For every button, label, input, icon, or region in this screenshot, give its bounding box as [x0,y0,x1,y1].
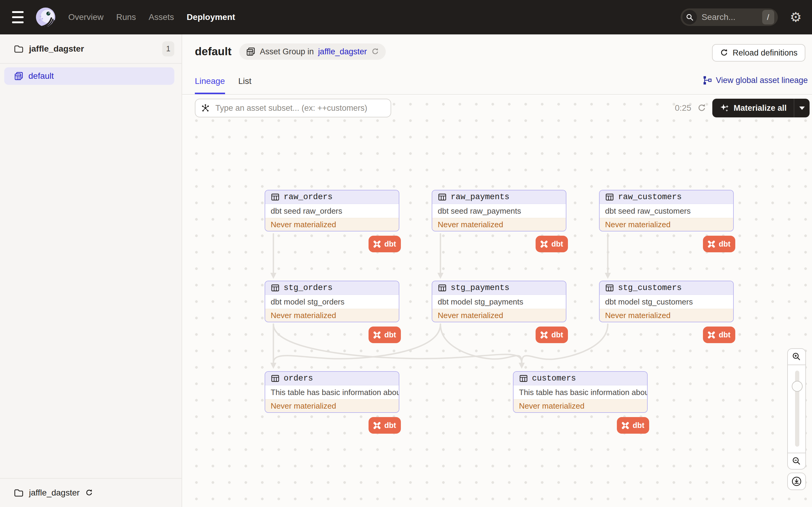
asset-description: dbt model stg_payments [432,295,566,309]
dbt-tag-badge: dbt [536,327,568,343]
asset-description: dbt seed raw_customers [600,204,733,218]
dbt-tag-label: dbt [551,240,563,248]
tab-list[interactable]: List [238,76,252,94]
zoom-slider [787,365,806,453]
asset-node-customers[interactable]: customers This table has basic informati… [513,371,648,413]
table-icon [271,374,280,383]
dbt-tag-badge: dbt [703,236,735,252]
asset-node-raw_orders[interactable]: raw_orders dbt seed raw_orders Never mat… [265,190,399,231]
nav-assets[interactable]: Assets [149,12,174,22]
dbt-tag-label: dbt [384,240,396,248]
materialize-all-button-group: Materialize all [712,99,810,117]
asset-name: raw_orders [284,192,333,202]
dbt-tag-label: dbt [384,331,396,339]
dbt-logo-icon [620,421,630,430]
dbt-tag-label: dbt [551,331,563,339]
sidebar-item-default-group[interactable]: default [4,67,174,85]
asset-name: stg_payments [451,283,509,292]
status-never-materialized: Never materialized [514,399,647,412]
table-icon [271,283,280,292]
dbt-tag-badge: dbt [703,327,735,343]
dagster-app: Overview Runs Assets Deployment Search..… [0,0,812,507]
group-count-badge: 1 [162,41,174,56]
context-badge-text: Asset Group in [260,47,314,56]
settings-gear-icon[interactable]: ⚙ [790,11,802,24]
dbt-tag-label: dbt [632,421,644,430]
dbt-logo-icon [372,239,382,249]
asset-node-stg_orders[interactable]: stg_orders dbt model stg_orders Never ma… [265,281,399,322]
primary-nav: Overview Runs Assets Deployment [68,12,235,22]
asset-group-icon [246,47,256,56]
nav-overview[interactable]: Overview [68,12,104,22]
search-placeholder: Search... [702,12,762,22]
dbt-tag-badge: dbt [536,236,568,252]
asset-description: dbt model stg_customers [600,295,733,309]
dbt-tag-badge: dbt [368,417,401,434]
download-graph-button[interactable] [787,472,806,490]
asset-node-raw_payments[interactable]: raw_payments dbt seed raw_payments Never… [432,190,566,231]
dbt-logo-icon [539,330,549,340]
folder-icon [14,45,23,53]
materialize-all-button[interactable]: Materialize all [712,103,794,113]
asset-name: orders [284,374,313,383]
dbt-logo-icon [372,421,382,430]
asset-description: This table has basic information about .… [265,385,399,399]
lineage-graph-pane[interactable]: 0:25 Materialize all [182,95,812,507]
refresh-icon[interactable] [697,104,706,113]
asset-groups-sidebar: jaffle_dagster 1 default jaffle_dagster [0,35,182,507]
refresh-icon[interactable] [85,489,93,497]
view-tabs: Lineage List [195,76,251,94]
asset-node-stg_payments[interactable]: stg_payments dbt model stg_payments Neve… [432,281,566,322]
dbt-tag-label: dbt [719,331,730,339]
asset-name: raw_customers [618,192,682,202]
dbt-tag-label: dbt [384,421,396,430]
dagster-logo-icon[interactable] [36,7,56,27]
search-shortcut-badge: / [762,10,774,24]
nav-deployment[interactable]: Deployment [187,12,235,22]
hamburger-menu-icon[interactable] [12,11,28,23]
refresh-icon[interactable] [371,48,379,56]
folder-icon [14,489,23,497]
status-never-materialized: Never materialized [432,218,566,231]
table-icon [605,192,614,202]
status-never-materialized: Never materialized [265,399,399,412]
download-icon [791,476,802,487]
asset-description: dbt model stg_orders [265,295,399,309]
zoom-in-button[interactable] [787,348,806,365]
search-input[interactable]: Search... / [680,8,778,26]
code-location-name: jaffle_dagster [29,44,157,54]
view-global-asset-lineage-link[interactable]: View global asset lineage [703,75,808,85]
asset-name: stg_customers [618,283,682,292]
asset-name: stg_orders [284,283,333,292]
dbt-tag-label: dbt [719,240,730,248]
reload-definitions-button[interactable]: Reload definitions [712,44,805,62]
page-header: default Asset Group in jaffle_dagster [182,35,812,95]
asset-node-stg_customers[interactable]: stg_customers dbt model stg_customers Ne… [599,281,734,322]
top-navigation-bar: Overview Runs Assets Deployment Search..… [0,0,812,35]
dbt-logo-icon [539,239,549,249]
context-badge-link[interactable]: jaffle_dagster [318,47,367,56]
refresh-timer: 0:25 [675,103,692,113]
status-never-materialized: Never materialized [432,309,566,322]
asset-group-icon [14,71,23,81]
zoom-out-button[interactable] [787,453,806,469]
dbt-logo-icon [707,239,716,249]
tab-lineage[interactable]: Lineage [195,76,225,94]
status-never-materialized: Never materialized [600,309,733,322]
table-icon [271,192,280,202]
asset-node-orders[interactable]: orders This table has basic information … [265,371,399,413]
asset-group-context-badge: Asset Group in jaffle_dagster [239,44,386,60]
code-location-row[interactable]: jaffle_dagster 1 [0,35,182,64]
materialize-options-dropdown[interactable] [794,99,810,117]
dbt-logo-icon [707,330,716,340]
status-never-materialized: Never materialized [600,218,733,231]
dbt-logo-icon [372,330,382,340]
table-icon [438,192,447,202]
table-icon [605,283,614,292]
asset-node-raw_customers[interactable]: raw_customers dbt seed raw_customers Nev… [599,190,734,231]
lineage-graph-icon [703,75,712,85]
dbt-tag-badge: dbt [368,327,401,343]
zoom-slider-thumb[interactable] [792,381,803,392]
asset-subset-input[interactable] [195,99,391,117]
nav-runs[interactable]: Runs [116,12,136,22]
